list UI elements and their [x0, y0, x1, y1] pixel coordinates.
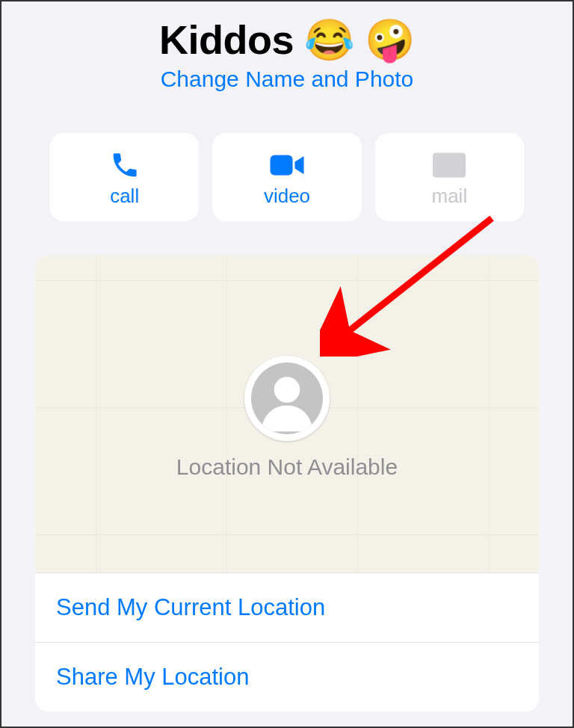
mail-label: mail [431, 185, 467, 208]
call-button[interactable]: call [50, 133, 199, 221]
location-map-placeholder: Location Not Available [35, 255, 539, 573]
location-status-text: Location Not Available [176, 454, 398, 480]
svg-rect-0 [270, 155, 292, 175]
video-button[interactable]: video [212, 133, 361, 221]
video-icon [269, 147, 305, 183]
video-label: video [264, 185, 310, 208]
call-label: call [110, 185, 139, 208]
mail-button: mail [375, 133, 524, 221]
svg-point-1 [274, 377, 300, 403]
contact-title: Kiddos 😂 🤪 [1, 16, 573, 64]
contact-avatar-placeholder [244, 356, 330, 441]
share-my-location-button[interactable]: Share My Location [35, 642, 539, 712]
change-name-photo-link[interactable]: Change Name and Photo [1, 67, 573, 92]
mail-icon [433, 147, 466, 183]
phone-icon [110, 147, 140, 183]
location-section: Location Not Available Send My Current L… [35, 255, 539, 712]
person-silhouette-icon [251, 363, 323, 434]
send-my-current-location-button[interactable]: Send My Current Location [35, 573, 539, 642]
